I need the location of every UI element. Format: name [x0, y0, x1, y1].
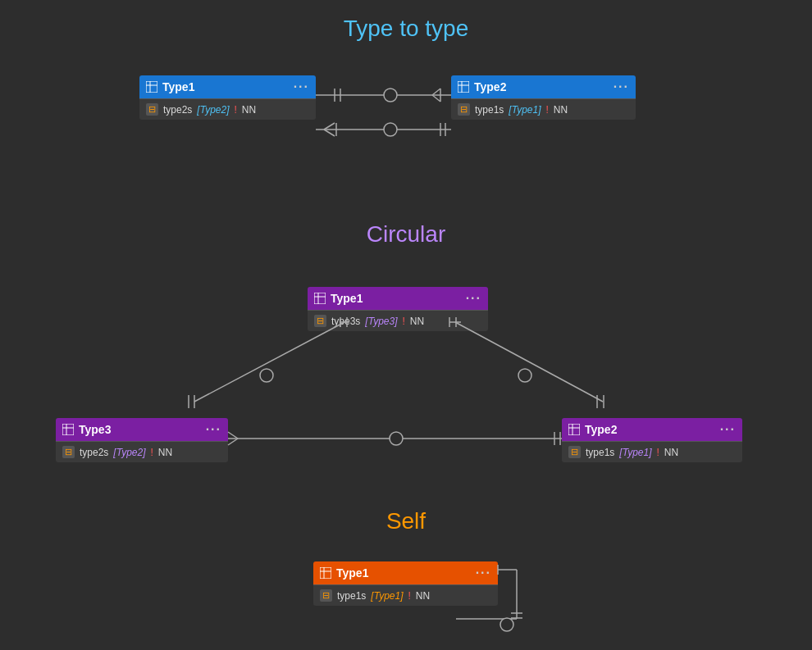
- svg-line-47: [228, 432, 238, 439]
- tt-type2-name: Type2: [474, 80, 506, 93]
- circ-type3-field: ⊟ type2s [Type2] ! NN: [56, 441, 228, 462]
- circ-type3-header: Type3 ···: [56, 418, 228, 441]
- svg-rect-6: [314, 293, 326, 304]
- tt-type1-box[interactable]: Type1 ··· ⊟ type2s [Type2] ! NN: [139, 75, 316, 120]
- circ-type3-box[interactable]: Type3 ··· ⊟ type2s [Type2] ! NN: [56, 418, 228, 462]
- circ-type3-menu[interactable]: ···: [206, 422, 221, 437]
- tt-type2-box[interactable]: Type2 ··· ⊟ type1s [Type1] ! NN: [451, 75, 636, 120]
- field-key-icon-c3: ⊟: [62, 446, 75, 458]
- field-key-icon: ⊟: [146, 103, 158, 116]
- self-type1-name: Type1: [336, 566, 368, 580]
- svg-line-39: [455, 322, 603, 402]
- circ-type2-menu[interactable]: ···: [720, 422, 736, 437]
- tt-type2-header: Type2 ···: [451, 75, 636, 98]
- svg-point-58: [500, 618, 513, 631]
- field-key-icon-s1: ⊟: [320, 589, 332, 602]
- svg-line-24: [432, 95, 440, 102]
- self-type1-box[interactable]: Type1 ··· ⊟ type1s [Type1] ! NN: [313, 561, 498, 606]
- svg-point-49: [390, 432, 403, 445]
- table-icon-c3: [62, 424, 74, 435]
- tt-type2-field: ⊟ type1s [Type1] ! NN: [451, 98, 636, 120]
- svg-rect-0: [146, 81, 157, 93]
- svg-point-21: [384, 89, 397, 102]
- tt-type2-menu[interactable]: ···: [614, 80, 629, 94]
- title-self: Self: [0, 508, 812, 534]
- tt-type1-menu[interactable]: ···: [294, 80, 309, 94]
- svg-point-29: [384, 123, 397, 136]
- circ-type2-header: Type2 ···: [562, 418, 742, 441]
- title-circular: Circular: [0, 221, 812, 248]
- field-key-icon-c2: ⊟: [568, 446, 581, 458]
- table-icon-c2: [568, 424, 580, 435]
- tt-type1-header: Type1 ···: [139, 75, 316, 98]
- circ-type3-name: Type3: [79, 423, 111, 436]
- circ-type2-name: Type2: [585, 423, 617, 436]
- circ-type2-box[interactable]: Type2 ··· ⊟ type1s [Type1] ! NN: [562, 418, 742, 462]
- table-icon-2: [458, 81, 469, 93]
- svg-line-32: [194, 322, 344, 402]
- title-type-to-type: Type to type: [0, 16, 812, 42]
- svg-point-43: [518, 369, 531, 382]
- circ-type2-field: ⊟ type1s [Type1] ! NN: [562, 441, 742, 462]
- svg-rect-9: [62, 424, 74, 435]
- svg-point-36: [260, 369, 273, 382]
- table-icon: [146, 81, 157, 93]
- self-type1-field: ⊟ type1s [Type1] ! NN: [313, 584, 498, 606]
- self-type1-header: Type1 ···: [313, 561, 498, 584]
- field-key-icon-2: ⊟: [458, 103, 470, 116]
- svg-rect-15: [320, 567, 331, 579]
- svg-rect-3: [458, 81, 469, 93]
- tt-type1-field: ⊟ type2s [Type2] ! NN: [139, 98, 316, 120]
- circ-type1-header: Type1 ···: [308, 287, 488, 310]
- circ-type1-box[interactable]: Type1 ··· ⊟ type3s [Type3] ! NN: [308, 287, 488, 331]
- circ-type1-name: Type1: [331, 292, 363, 305]
- tt-type1-name: Type1: [162, 80, 194, 93]
- svg-line-23: [432, 89, 440, 95]
- table-icon-c1: [314, 293, 326, 304]
- svg-rect-12: [568, 424, 580, 435]
- circ-type1-menu[interactable]: ···: [466, 291, 481, 306]
- circ-type1-field: ⊟ type3s [Type3] ! NN: [308, 310, 488, 331]
- svg-line-48: [228, 439, 238, 445]
- self-type1-menu[interactable]: ···: [476, 566, 491, 580]
- table-icon-s1: [320, 567, 331, 579]
- field-key-icon-c1: ⊟: [314, 315, 326, 327]
- svg-line-27: [324, 130, 335, 136]
- svg-line-26: [324, 123, 335, 130]
